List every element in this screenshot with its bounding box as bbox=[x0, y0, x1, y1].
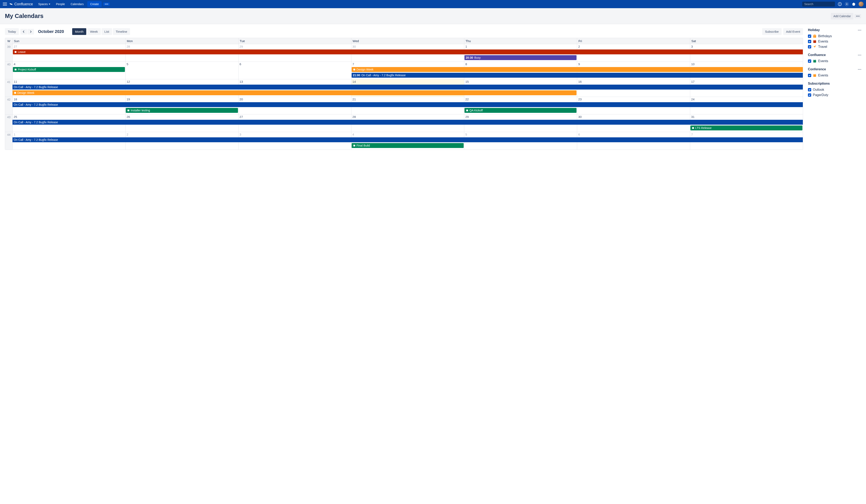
sidebar-group: ConferenceEvents bbox=[808, 67, 861, 78]
sidebar-calendar-item[interactable]: Birthdays bbox=[808, 34, 861, 39]
confluence-icon bbox=[9, 2, 13, 6]
day-header: Tue bbox=[238, 38, 351, 44]
today-button[interactable]: Today bbox=[5, 28, 19, 35]
sidebar-group-title: Subscriptions bbox=[808, 82, 830, 86]
day-header: Wed bbox=[351, 38, 464, 44]
nav-more-button[interactable] bbox=[103, 2, 110, 6]
sidebar-calendar-item[interactable]: Travel bbox=[808, 44, 861, 49]
checkbox[interactable] bbox=[808, 74, 811, 77]
calendar-event[interactable]: Project Kickoff bbox=[13, 67, 125, 72]
sidebar-calendar-item[interactable]: Events bbox=[808, 58, 861, 64]
calendar-event[interactable]: Final Build bbox=[352, 143, 464, 148]
svg-rect-48 bbox=[813, 41, 816, 43]
svg-point-7 bbox=[846, 4, 847, 5]
event-time: 21:00 bbox=[353, 73, 360, 78]
add-calendar-button[interactable]: Add Calendar bbox=[831, 13, 853, 20]
calendar-event[interactable]: Leave bbox=[13, 49, 803, 54]
calendar-sidebar: HolidayBirthdaysEventsTravelConfluenceEv… bbox=[808, 28, 861, 150]
calendar-event[interactable]: LTS Release bbox=[690, 125, 802, 131]
search-input[interactable] bbox=[804, 2, 840, 6]
calendar-event[interactable]: Design Week bbox=[12, 90, 577, 95]
svg-rect-16 bbox=[15, 69, 16, 69]
calendar-event[interactable]: Installer testing bbox=[126, 108, 238, 113]
cal-icon bbox=[813, 59, 817, 63]
calendar-event[interactable]: On Call - Amy - 7.2 Bugfix Release bbox=[12, 102, 803, 107]
settings-icon[interactable] bbox=[845, 2, 849, 6]
next-button[interactable] bbox=[27, 29, 34, 35]
calendar-event[interactable]: 20:30Busy bbox=[465, 55, 577, 60]
svg-point-2 bbox=[107, 4, 108, 4]
svg-rect-45 bbox=[814, 35, 815, 37]
sidebar-group: SubscriptionsOutlookPagerDuty bbox=[808, 82, 861, 98]
svg-point-1 bbox=[106, 4, 107, 4]
user-avatar[interactable] bbox=[859, 2, 864, 7]
week-number: 41 bbox=[5, 79, 12, 97]
event-label: On Call - Amy - 7.2 Bugfix Release bbox=[14, 120, 58, 125]
calendar-event[interactable]: On Call - Amy - 7.2 Bugfix Release bbox=[12, 85, 803, 90]
nav-spaces[interactable]: Spaces bbox=[36, 1, 52, 7]
checkbox[interactable] bbox=[808, 59, 811, 63]
event-label: On Call - Amy - 7.2 Bugfix Release bbox=[14, 137, 58, 142]
view-timeline-button[interactable]: Timeline bbox=[113, 28, 130, 35]
checkbox[interactable] bbox=[808, 93, 811, 97]
sidebar-item-label: Outlook bbox=[813, 88, 824, 92]
week-number: 40 bbox=[5, 62, 12, 79]
event-label: On Call - Amy - 7.2 Bugfix Release bbox=[14, 85, 58, 90]
calendar-icon bbox=[14, 51, 17, 53]
day-header: Sat bbox=[690, 38, 803, 44]
svg-rect-20 bbox=[353, 69, 355, 69]
view-week-button[interactable]: Week bbox=[87, 28, 101, 35]
checkbox[interactable] bbox=[808, 45, 811, 48]
menu-icon[interactable] bbox=[2, 2, 7, 7]
chevron-left-icon bbox=[23, 31, 24, 33]
sidebar-calendar-item[interactable]: PagerDuty bbox=[808, 92, 861, 98]
add-event-button[interactable]: Add Event bbox=[783, 28, 803, 35]
calendar-icon bbox=[14, 91, 16, 94]
event-label: On Call - Amy - 7.2 Bugfix Release bbox=[14, 102, 58, 107]
sidebar-group-title: Conference bbox=[808, 67, 826, 71]
week-number: 43 bbox=[5, 114, 12, 132]
sidebar-calendar-item[interactable]: Events bbox=[808, 39, 861, 44]
calendar-event[interactable]: Design Week bbox=[352, 67, 803, 72]
calendar-event[interactable]: QA Kickoff bbox=[465, 108, 577, 113]
create-button[interactable]: Create bbox=[87, 1, 102, 7]
help-icon[interactable] bbox=[838, 2, 842, 6]
sidebar-calendar-item[interactable]: Events bbox=[808, 73, 861, 78]
event-label: Installer testing bbox=[131, 108, 150, 113]
calendar-event[interactable]: 21:00On Call - Amy - 7.2 Bugfix Release bbox=[352, 73, 803, 78]
event-label: Leave bbox=[18, 49, 25, 54]
sidebar-group: ConfluenceEvents bbox=[808, 53, 861, 64]
calendar-event[interactable]: On Call - Amy - 7.2 Bugfix Release bbox=[12, 120, 803, 125]
group-menu-button[interactable] bbox=[858, 69, 861, 70]
svg-rect-56 bbox=[813, 75, 816, 77]
sidebar-calendar-item[interactable]: Outlook bbox=[808, 87, 861, 92]
checkbox[interactable] bbox=[808, 35, 811, 38]
group-menu-button[interactable] bbox=[858, 30, 861, 31]
day-header: Fri bbox=[577, 38, 690, 44]
view-month-button[interactable]: Month bbox=[72, 28, 87, 35]
checkbox[interactable] bbox=[808, 88, 811, 91]
cal-icon bbox=[813, 74, 817, 77]
week-header: W bbox=[5, 38, 12, 44]
view-list-button[interactable]: List bbox=[102, 28, 112, 35]
week-number: 42 bbox=[5, 97, 12, 114]
confluence-logo[interactable]: Confluence bbox=[9, 2, 33, 6]
subscribe-button[interactable]: Subscribe bbox=[762, 28, 781, 35]
cal-icon bbox=[813, 40, 817, 43]
group-menu-button[interactable] bbox=[858, 55, 861, 55]
prev-button[interactable] bbox=[20, 29, 27, 35]
notifications-icon[interactable] bbox=[852, 2, 856, 6]
search-box[interactable] bbox=[802, 2, 835, 7]
event-label: Busy bbox=[474, 55, 481, 60]
sidebar-group: HolidayBirthdaysEventsTravel bbox=[808, 28, 861, 49]
page-more-button[interactable] bbox=[855, 14, 861, 18]
calendar-event[interactable]: On Call - Amy - 7.2 Bugfix Release bbox=[12, 137, 803, 142]
nav-people[interactable]: People bbox=[54, 1, 67, 7]
svg-point-10 bbox=[859, 16, 859, 16]
checkbox[interactable] bbox=[808, 40, 811, 43]
calendar-week-row: 441234567On Call - Amy - 7.2 Bugfix Rele… bbox=[5, 132, 803, 149]
svg-rect-36 bbox=[692, 127, 694, 128]
calendar-week-row: 3927282930123Leave20:30Busy bbox=[5, 44, 803, 62]
sidebar-item-label: Birthdays bbox=[818, 34, 832, 38]
nav-calendars[interactable]: Calendars bbox=[68, 1, 86, 7]
